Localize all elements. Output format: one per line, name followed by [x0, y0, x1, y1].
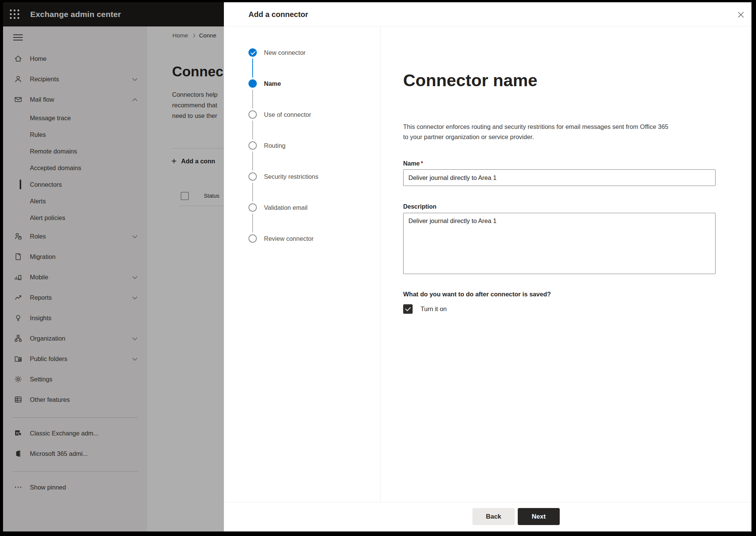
step-connector-line	[252, 59, 253, 77]
dialog-footer: Back Next	[224, 502, 751, 531]
step-connector-line	[252, 152, 253, 170]
back-button[interactable]: Back	[472, 508, 515, 525]
step-upcoming-icon	[248, 203, 257, 212]
wizard-step-name[interactable]: Name	[248, 79, 281, 88]
after-save-question: What do you want to do after connector i…	[403, 291, 551, 298]
wizard-step-validation-email[interactable]: Validation email	[248, 203, 307, 212]
name-label-text: Name	[403, 160, 420, 167]
step-connector-line	[252, 90, 253, 108]
wizard-step-label: Routing	[264, 142, 286, 149]
name-field-label: Name*	[403, 160, 423, 167]
step-description: This connector enforces routing and secu…	[403, 122, 668, 142]
wizard-step-use-of-connector[interactable]: Use of connector	[248, 110, 311, 119]
step-connector-line	[252, 121, 253, 139]
step-connector-line	[252, 183, 253, 201]
wizard-step-label: Review connector	[264, 235, 314, 242]
step-description-line: to your partner organization or service …	[403, 132, 668, 142]
wizard-step-routing[interactable]: Routing	[248, 141, 286, 150]
steps-divider	[380, 26, 380, 502]
close-icon[interactable]	[735, 9, 747, 20]
dialog-title: Add a connector	[248, 2, 308, 26]
wizard-step-label: Validation email	[264, 204, 307, 211]
dialog-header: Add a connector	[224, 2, 751, 26]
step-upcoming-icon	[248, 234, 257, 243]
wizard-step-label: Name	[264, 80, 281, 87]
step-description-line: This connector enforces routing and secu…	[403, 122, 668, 132]
add-connector-dialog: Add a connector New connectorNameUse of …	[224, 2, 751, 531]
step-completed-icon	[248, 48, 257, 57]
wizard-step-security-restrictions[interactable]: Security restrictions	[248, 172, 318, 181]
wizard-step-label: Use of connector	[264, 111, 311, 118]
step-current-icon	[248, 79, 257, 88]
next-button[interactable]: Next	[518, 508, 560, 525]
step-heading: Connector name	[403, 70, 537, 91]
required-marker: *	[421, 160, 423, 167]
description-textarea[interactable]: Deliver journal directly to Area 1	[403, 213, 716, 274]
turn-on-row: Turn it on	[403, 304, 447, 314]
screen: Exchange admin center HomeRecipientsMail…	[0, 0, 756, 536]
description-field-label: Description	[403, 203, 436, 210]
step-upcoming-icon	[248, 141, 257, 150]
step-connector-line	[252, 214, 253, 232]
step-upcoming-icon	[248, 172, 257, 181]
wizard-step-new-connector[interactable]: New connector	[248, 48, 306, 57]
wizard-step-label: New connector	[264, 49, 306, 56]
turn-on-checkbox[interactable]	[403, 304, 413, 314]
name-input[interactable]	[403, 169, 716, 186]
wizard-step-review-connector[interactable]: Review connector	[248, 234, 314, 243]
wizard-step-label: Security restrictions	[264, 173, 318, 180]
step-upcoming-icon	[248, 110, 257, 119]
turn-on-label: Turn it on	[421, 305, 447, 313]
